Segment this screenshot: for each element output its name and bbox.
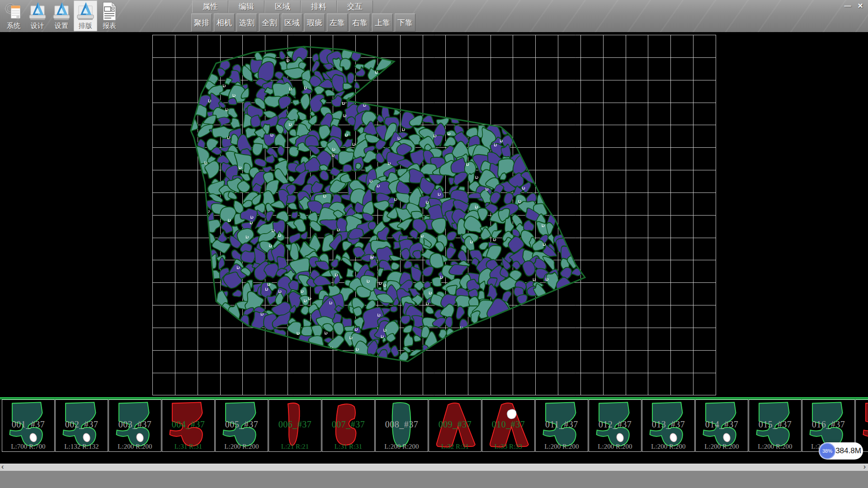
part-thumbnail[interactable]: 014_#37L:200 R:200	[695, 399, 748, 452]
part-thumbnail[interactable]: 015_#37L:200 R:200	[749, 399, 802, 452]
main-button-label: 排版	[74, 22, 97, 30]
part-name: 007_#37	[322, 419, 374, 430]
part-thumbnail[interactable]: 012_#37L:200 R:200	[589, 399, 642, 452]
part-thumbnail[interactable]: 010_#37L:33 R:33	[482, 399, 535, 452]
part-counts: L:200 R:200	[109, 443, 161, 450]
progress-percent: 38%	[822, 448, 832, 454]
tool-button-region[interactable]: 区域	[282, 14, 302, 32]
menu-tab-interact[interactable]: 交互	[337, 0, 373, 13]
main-toolbar: 系统设计设置排版报表	[2, 0, 122, 32]
part-thumbnail[interactable]: 006_#37L:21 R:21	[269, 399, 321, 452]
part-counts: L:31 R:31	[162, 443, 214, 450]
set-square-icon	[76, 1, 94, 21]
part-name: 012_#37	[589, 419, 641, 430]
set-square-icon	[52, 1, 71, 21]
part-thumbnail[interactable]: 011_#37L:200 R:200	[535, 399, 588, 452]
parts-strip-cells: 001_#37L:700 R:700002_#37L:132 R:132003_…	[0, 399, 868, 453]
tool-button-select-cut[interactable]: 选割	[236, 14, 257, 32]
main-button-label: 设置	[50, 22, 73, 30]
part-thumbnail[interactable]: 008_#37L:200 R:200	[375, 399, 428, 452]
parts-strip: 001_#37L:700 R:700002_#37L:132 R:132003_…	[0, 397, 868, 453]
main-button-label: 系统	[2, 22, 25, 30]
part-counts: L:200 R:200	[589, 443, 641, 450]
main-button-label: 设计	[26, 22, 49, 30]
part-name: 003_#37	[109, 419, 161, 430]
part-thumbnail[interactable]: 013_#37L:200 R:200	[642, 399, 695, 452]
part-name: 002_#37	[56, 419, 108, 430]
part-thumbnail[interactable]: 005_#37L:200 R:200	[215, 399, 268, 452]
tool-button-defect[interactable]: 瑕疵	[304, 14, 325, 32]
part-counts: L:200 R:200	[749, 443, 801, 450]
menu-tab-edit[interactable]: 编辑	[228, 0, 264, 13]
gear-icon	[5, 1, 23, 21]
report-icon	[100, 1, 118, 21]
main-button-system[interactable]: 系统	[2, 0, 25, 31]
part-thumbnail[interactable]: 009_#37L:32 R:31	[429, 399, 481, 452]
part-name: 016_#37	[802, 419, 854, 430]
progress-percent-badge: 38%	[819, 443, 835, 459]
horizontal-scrollbar[interactable]: ‹ ›	[0, 464, 868, 471]
nesting-canvas[interactable]	[0, 32, 868, 397]
tool-button-snap-top[interactable]: 上靠	[372, 14, 393, 32]
tool-button-cluster-nest[interactable]: 聚排	[191, 14, 212, 32]
part-counts: L:700 R:700	[2, 443, 54, 450]
toolbar: 系统设计设置排版报表 属性编辑区域排料交互 聚排相机选割全割区域瑕疵左靠右靠上靠…	[0, 0, 868, 32]
part-counts: L:32 R:31	[429, 443, 481, 450]
progress-badge[interactable]: 38% 384.8M	[819, 442, 863, 460]
part-name: 010_#37	[482, 419, 534, 430]
menu-tab-region[interactable]: 区域	[264, 0, 301, 13]
scroll-right-arrow[interactable]: ›	[863, 464, 866, 470]
menu-tab-properties[interactable]: 属性	[192, 0, 228, 13]
part-name: 014_#37	[696, 419, 748, 430]
set-square-icon	[28, 1, 47, 21]
part-counts: L:21 R:21	[269, 443, 321, 450]
memory-value: 384.8M	[835, 446, 863, 455]
menu-tab-nest[interactable]: 排料	[301, 0, 337, 13]
part-counts: L:200 R:200	[536, 443, 588, 450]
part-thumbnail[interactable]: 004_#37L:31 R:31	[162, 399, 215, 452]
main-button-nesting[interactable]: 排版	[74, 0, 97, 31]
part-counts: L:132 R:132	[56, 443, 108, 450]
tool-bar: 聚排相机选割全割区域瑕疵左靠右靠上靠下靠	[191, 14, 417, 32]
part-name: 001_#37	[2, 419, 54, 430]
tool-button-snap-bottom[interactable]: 下靠	[395, 14, 415, 32]
part-name: 015_#37	[749, 419, 801, 430]
part-name: 009_#37	[429, 419, 481, 430]
close-button[interactable]: ✕	[854, 1, 866, 11]
minimize-button[interactable]: —	[842, 1, 854, 11]
main-button-settings[interactable]: 设置	[50, 0, 73, 31]
part-name: 013_#37	[642, 419, 694, 430]
main-button-design[interactable]: 设计	[26, 0, 49, 31]
part-name: 011_#37	[536, 419, 588, 430]
part-counts: L:200 R:200	[642, 443, 694, 450]
main-button-label: 报表	[98, 22, 121, 30]
part-name: 006_#37	[269, 419, 321, 430]
main-button-report[interactable]: 报表	[98, 0, 121, 31]
tool-button-camera[interactable]: 相机	[214, 14, 235, 32]
menu-bar: 属性编辑区域排料交互	[192, 0, 373, 13]
part-name: 005_#37	[216, 419, 268, 430]
status-footer	[0, 471, 868, 488]
tool-button-snap-left[interactable]: 左靠	[327, 14, 348, 32]
part-thumbnail[interactable]: 002_#37L:132 R:132	[55, 399, 108, 452]
part-name: 004_#37	[162, 419, 214, 430]
part-thumbnail[interactable]: 003_#37L:200 R:200	[108, 399, 161, 452]
scroll-left-arrow[interactable]: ‹	[1, 464, 4, 470]
part-counts: L:31 R:31	[322, 443, 374, 450]
tool-button-cut-all[interactable]: 全割	[259, 14, 280, 32]
part-thumbnail[interactable]: 007_#37L:31 R:31	[322, 399, 375, 452]
part-thumbnail[interactable]: 001_#37L:700 R:700	[2, 399, 55, 452]
part-counts: L:33 R:33	[482, 443, 534, 450]
tool-button-snap-right[interactable]: 右靠	[349, 14, 370, 32]
window-controls: — ✕	[841, 1, 866, 11]
part-counts: L:200 R:200	[216, 443, 268, 450]
part-name: 008_#37	[376, 419, 428, 430]
part-counts: L:200 R:200	[696, 443, 748, 450]
application-window: 系统设计设置排版报表 属性编辑区域排料交互 聚排相机选割全割区域瑕疵左靠右靠上靠…	[0, 0, 868, 488]
part-counts: L:200 R:200	[376, 443, 428, 450]
